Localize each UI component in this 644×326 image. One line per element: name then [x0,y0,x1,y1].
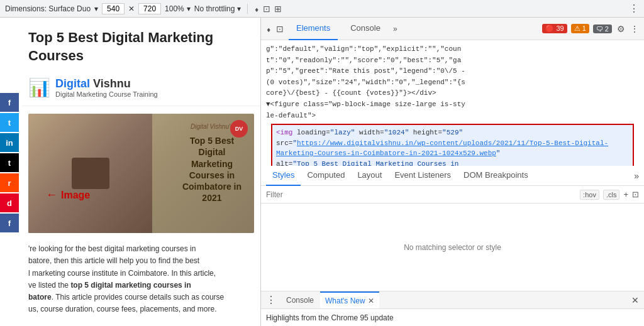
code-line-6: ▼<figure class="wp-block-image size-larg… [266,99,639,111]
zoom-label: 100% [165,4,184,13]
image-title: Top 5 BestDigitalMarketingCourses inCoim… [182,135,242,204]
pointer-icon[interactable]: ⬧ [254,4,259,14]
throttling-label: No throttling [194,4,235,13]
logo-blue: Digital [55,77,90,90]
social-facebook[interactable]: f [0,93,19,112]
tab-event-listeners[interactable]: Event Listeners [388,166,457,186]
logo-dark: Vishnu [93,77,131,90]
code-line-5: core}\/{best} - {{count {votes}}"}></div… [266,88,639,99]
highlighted-code-box[interactable]: <img loading="lazy" width="1024" height=… [271,124,634,166]
logo-main: Digital Vishnu [55,77,158,90]
width-input[interactable] [102,3,125,14]
social-digg[interactable]: d [0,193,19,212]
logo-icon: 📊 [28,77,50,98]
throttling-chevron: ▾ [237,4,241,13]
code-line-4: (0 votes)","size":"24","width":"0","_leg… [266,77,639,89]
left-panel-wrapper: f t in t r d f Top 5 Best Digital Market… [0,18,261,326]
main-area: f t in t r d f Top 5 Best Digital Market… [0,18,644,326]
dv-badge: DV [230,120,248,138]
image-annotation: ← Image [46,188,90,202]
social-fb2[interactable]: f [0,214,19,232]
throttling-select[interactable]: No throttling ▾ [194,4,242,13]
logo-sub: Digital Marketing Course Training [55,90,158,98]
webpage-preview: f t in t r d f Top 5 Best Digital Market… [0,18,261,326]
gear-icon[interactable]: ⚙ [617,24,625,34]
image-placeholder: Digital Vishnu's Top 5 BestDigitalMarket… [28,114,254,233]
whats-new-label: What's New [325,296,365,305]
hov-button[interactable]: :hov [580,190,599,200]
img-url-link[interactable]: https://www.digitalvishnu.in/wp-content/… [276,139,608,158]
code-line-3: p":"5","greet":"Rate this post","legend"… [266,66,639,77]
cls-button[interactable]: .cls [603,190,620,200]
devtools-box-icon[interactable]: ⊡ [276,24,284,34]
devtools-cursor-icon[interactable]: ⬧ [266,24,271,34]
panel-close-button[interactable]: ✕ [631,295,639,305]
zoom-chevron: ▾ [187,4,191,13]
error-badge[interactable]: 🔴 39 [542,24,567,33]
social-tumblr[interactable]: t [0,153,19,172]
warn-badge[interactable]: ⚠ 1 [571,24,589,33]
expand-button[interactable]: ⊡ [632,190,639,199]
tab-layout[interactable]: Layout [351,166,388,186]
dimensions-dropdown-icon[interactable]: ▾ [94,4,98,13]
bottom-dots[interactable]: ⋮ [266,294,276,306]
social-twitter[interactable]: t [0,113,19,132]
filter-bar: :hov .cls + ⊡ [261,186,644,204]
social-linkedin[interactable]: in [0,133,19,152]
style-tabs-bar: Styles Computed Layout Event Listeners D… [261,166,644,186]
bottom-tab-console[interactable]: Console [281,291,319,309]
tab-computed[interactable]: Computed [301,166,351,186]
height-input[interactable] [138,3,161,14]
image-annotation-label: Image [61,190,90,201]
body-text: 're looking for the best digital marketi… [22,241,260,326]
featured-section: Digital Vishnu's Top 5 BestDigitalMarket… [22,114,260,233]
highlighted-line1: <img loading="lazy" width="1024" height=… [276,128,629,138]
devtools-badges: 🔴 39 ⚠ 1 🗨 2 [542,24,612,33]
devtools-panel: ⬧ ⊡ Elements Console » 🔴 39 ⚠ 1 🗨 2 ⚙ ⋮ … [261,18,644,326]
fullscreen-icon[interactable]: ⊞ [274,4,282,14]
msg-badge[interactable]: 🗨 2 [593,24,612,33]
featured-image: Digital Vishnu's Top 5 BestDigitalMarket… [28,114,254,233]
whats-new-close[interactable]: ✕ [368,296,374,305]
bottom-tabs-bar: ⋮ Console What's New ✕ ✕ [261,291,644,308]
no-matching-message: No matching selector or style [261,204,644,291]
highlighted-line3: alt="Top 5 Best Digital Marketing Course… [276,159,629,166]
image-scene-left [28,114,152,233]
code-line-2: t":"0","readonly":"","score":"0","best":… [266,55,639,67]
device-icon[interactable]: ⊡ [263,4,270,14]
highlights-text: Highlights from the Chrome 95 update [266,313,394,322]
highlights-bar: Highlights from the Chrome 95 update [261,308,644,326]
devtools-topbar: ⬧ ⊡ Elements Console » 🔴 39 ⚠ 1 🗨 2 ⚙ ⋮ [261,18,644,40]
image-building [72,158,109,189]
tab-styles[interactable]: Styles [266,166,301,186]
tab-dom-breakpoints[interactable]: DOM Breakpoints [457,166,535,186]
logo-text-area: Digital Vishnu Digital Marketing Course … [55,77,158,98]
bottom-tab-whats-new[interactable]: What's New ✕ [320,291,379,309]
style-more-button[interactable]: » [634,171,639,181]
tab-elements[interactable]: Elements [289,18,338,40]
top-toolbar: Dimensions: Surface Duo ▾ ✕ 100% ▾ No th… [0,0,644,18]
html-code-area: g":"default","valign":"top","explicit":"… [261,40,644,166]
devtools-dots-icon[interactable]: ⋮ [630,24,639,34]
plus-button[interactable]: + [623,190,628,199]
filter-input[interactable] [266,190,576,199]
toolbar-divider [247,4,248,14]
code-line-7: le-default"> [266,111,639,122]
page-content: Top 5 Best Digital Marketing Courses 📊 D… [0,18,260,326]
tab-console[interactable]: Console [343,18,388,40]
zoom-select[interactable]: 100% ▾ [165,4,191,13]
dimensions-x: ✕ [128,4,135,13]
image-arrow-left: ← [46,188,57,202]
code-line-1: g":"default","valign":"top","explicit":"… [266,44,639,55]
devtools-more-tabs[interactable]: » [393,24,397,33]
dimensions-label: Dimensions: Surface Duo [5,4,91,13]
social-sidebar: f t in t r d f [0,93,19,232]
toolbar-more-button[interactable]: ⋮ [629,3,639,14]
highlighted-line2: src="https://www.digitalvishnu.in/wp-con… [276,138,629,159]
logo-area: 📊 Digital Vishnu Digital Marketing Cours… [22,72,260,106]
page-title: Top 5 Best Digital Marketing Courses [22,18,260,72]
social-reddit[interactable]: r [0,173,19,192]
